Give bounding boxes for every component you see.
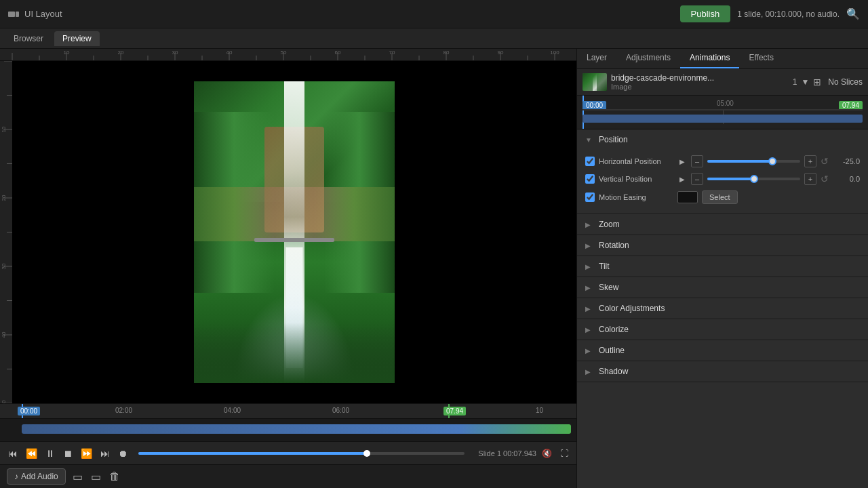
transport-go-end[interactable]: ⏭ (98, 447, 113, 460)
layer-expand-btn[interactable]: ▼ (801, 77, 809, 87)
horiz-pos-fill (707, 160, 772, 163)
skew-title: Skew (599, 283, 618, 292)
colorize-section: ▶ Colorize (577, 319, 868, 340)
easing-swatch[interactable] (677, 191, 698, 203)
no-slices-label: No Slices (828, 77, 863, 87)
vert-pos-fill (707, 178, 754, 180)
add-audio-button[interactable]: ♪ Add Audio (7, 468, 66, 485)
shadow-chevron: ▶ (585, 368, 593, 375)
rotation-chevron: ▶ (585, 242, 593, 249)
slide-view-btn-1[interactable]: ▭ (71, 469, 84, 485)
waterfall-background (194, 81, 395, 383)
tilt-title: Tilt (599, 262, 610, 271)
position-section: ▼ Position Horizontal Position ▶ – (577, 129, 868, 214)
horiz-pos-reset[interactable]: ↺ (821, 156, 829, 167)
outline-section: ▶ Outline (577, 340, 868, 361)
add-audio-label: Add Audio (21, 472, 58, 481)
timeline-ruler[interactable]: 00:00 07.94 02:00 04:00 06:00 10 (0, 404, 576, 419)
preview-canvas (12, 61, 576, 403)
horiz-pos-minus[interactable]: – (691, 155, 703, 167)
timeline-end-badge: 07.94 (443, 407, 466, 415)
motion-easing-row: Motion Easing Select (585, 188, 860, 207)
outline-chevron: ▶ (585, 347, 593, 354)
transport-bar: ⏮ ⏪ ⏸ ⏹ ⏩ ⏭ ⏺ Slide 1 00:07.943 🔇 ⛶ (0, 441, 576, 464)
vertical-ruler (0, 61, 12, 403)
horiz-pos-play[interactable]: ▶ (677, 157, 687, 166)
vert-pos-thumb[interactable] (750, 175, 758, 183)
horiz-pos-slider[interactable] (707, 160, 800, 163)
right-tabs: Layer Adjustments Animations Effects (577, 49, 868, 69)
layer-number: 1 (793, 77, 797, 87)
tab-layer[interactable]: Layer (577, 49, 616, 68)
anim-tl-bar[interactable] (583, 115, 863, 123)
layer-name: bridge-cascade-environme... (611, 73, 789, 83)
progress-thumb[interactable] (363, 450, 370, 457)
search-button[interactable]: 🔍 (846, 7, 860, 20)
tilt-header[interactable]: ▶ Tilt (577, 256, 868, 277)
main-area: 00:00 07.94 02:00 04:00 06:00 10 ⏮ ⏪ ⏸ ⏹… (0, 49, 868, 488)
horiz-pos-plus[interactable]: + (804, 155, 816, 167)
tab-effects[interactable]: Effects (739, 49, 783, 68)
zoom-chevron: ▶ (585, 221, 593, 228)
transport-forward[interactable]: ⏩ (78, 447, 95, 460)
zoom-title: Zoom (599, 220, 620, 229)
transport-stop[interactable]: ⏹ (60, 447, 75, 460)
timeline-track-bar[interactable] (22, 424, 571, 434)
colorize-chevron: ▶ (585, 326, 593, 333)
vert-pos-checkbox[interactable] (585, 174, 595, 184)
color-adj-section: ▶ Color Adjustments (577, 298, 868, 319)
progress-fill (138, 452, 367, 455)
topbar-right: Publish 1 slide, 00:10.000, no audio. 🔍 (680, 5, 860, 22)
ui-layout-icon (8, 12, 19, 17)
transport-rewind[interactable]: ⏪ (23, 447, 40, 460)
delete-btn[interactable]: 🗑 (108, 469, 121, 484)
tab-adjustments[interactable]: Adjustments (616, 49, 680, 68)
timeline-area: 00:00 07.94 02:00 04:00 06:00 10 ⏮ ⏪ ⏸ ⏹… (0, 403, 576, 464)
tab-preview[interactable]: Preview (54, 31, 100, 46)
tab-animations[interactable]: Animations (680, 49, 739, 68)
publish-button[interactable]: Publish (680, 5, 731, 22)
timeline-track[interactable] (0, 419, 576, 441)
progress-track[interactable] (138, 452, 465, 455)
shadow-header[interactable]: ▶ Shadow (577, 361, 868, 382)
rotation-header[interactable]: ▶ Rotation (577, 235, 868, 256)
transport-record[interactable]: ⏺ (115, 447, 130, 460)
zoom-header[interactable]: ▶ Zoom (577, 214, 868, 235)
position-chevron: ▼ (585, 136, 593, 144)
left-area: 00:00 07.94 02:00 04:00 06:00 10 ⏮ ⏪ ⏸ ⏹… (0, 49, 576, 488)
vert-pos-play[interactable]: ▶ (677, 175, 687, 184)
grid-icon-btn[interactable]: ⊞ (813, 77, 821, 87)
right-panel: Layer Adjustments Animations Effects bri… (576, 49, 868, 488)
easing-select-btn[interactable]: Select (702, 190, 738, 204)
time-label-10: 10 (536, 407, 543, 414)
fullscreen-btn[interactable]: ⛶ (557, 447, 571, 460)
vert-pos-row: Vertical Position ▶ – + ↺ 0.0 (585, 170, 860, 188)
vert-pos-plus[interactable]: + (804, 173, 816, 185)
motion-easing-label: Motion Easing (599, 193, 673, 201)
horiz-pos-thumb[interactable] (768, 157, 776, 165)
transport-go-start[interactable]: ⏮ (5, 447, 20, 460)
ruler-canvas (0, 49, 563, 61)
outline-header[interactable]: ▶ Outline (577, 340, 868, 361)
audio-mute-btn[interactable]: 🔇 (539, 447, 555, 460)
vert-pos-minus[interactable]: – (691, 173, 703, 185)
horiz-pos-checkbox[interactable] (585, 157, 595, 166)
zoom-section: ▶ Zoom (577, 214, 868, 235)
colorize-header[interactable]: ▶ Colorize (577, 319, 868, 340)
position-title: Position (599, 135, 628, 144)
anim-timeline[interactable]: 00:00 07.94 05:00 (577, 96, 868, 129)
motion-easing-checkbox[interactable] (585, 192, 595, 202)
slide-info: 1 slide, 00:10.000, no audio. (737, 9, 840, 19)
layer-header: bridge-cascade-environme... Image 1 ▼ ⊞ … (577, 69, 868, 96)
position-header[interactable]: ▼ Position (577, 129, 868, 150)
slide-view-btn-2[interactable]: ▭ (90, 469, 102, 485)
vert-pos-reset[interactable]: ↺ (821, 174, 829, 184)
color-adj-header[interactable]: ▶ Color Adjustments (577, 298, 868, 319)
transport-pause[interactable]: ⏸ (43, 447, 58, 460)
vert-pos-slider[interactable] (707, 178, 800, 180)
layer-type: Image (611, 83, 789, 91)
tab-browser[interactable]: Browser (5, 31, 52, 46)
color-adj-chevron: ▶ (585, 305, 593, 312)
preview-image (194, 81, 395, 383)
skew-header[interactable]: ▶ Skew (577, 277, 868, 298)
